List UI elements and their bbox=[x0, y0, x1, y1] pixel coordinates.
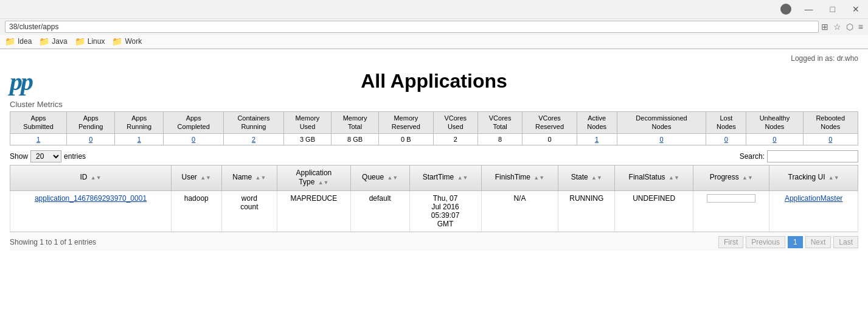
extension-icon: ⬡ bbox=[846, 22, 853, 32]
bookmark-linux-label: Linux bbox=[88, 37, 105, 46]
page-header: Logged in as: dr.who bbox=[10, 49, 858, 65]
next-page-button[interactable]: Next bbox=[805, 236, 832, 248]
cell-id[interactable]: application_1467869293970_0001 bbox=[10, 190, 172, 231]
metric-val-unhealthy-nodes[interactable]: 0 bbox=[746, 133, 803, 145]
folder-icon: 📁 bbox=[39, 37, 49, 46]
close-button[interactable]: ✕ bbox=[849, 3, 863, 15]
metric-val-memory-reserved: 0 B bbox=[379, 133, 433, 145]
bookmark-work[interactable]: 📁 Work bbox=[112, 37, 142, 46]
progress-bar bbox=[707, 194, 755, 203]
metric-val-decommissioned-nodes[interactable]: 0 bbox=[617, 133, 706, 145]
search-label: Search: bbox=[740, 152, 765, 161]
col-header-final-status[interactable]: FinalStatus ▲▼ bbox=[615, 165, 693, 190]
folder-icon: 📁 bbox=[112, 37, 122, 46]
minimize-button[interactable]: — bbox=[801, 3, 817, 15]
page-1-button[interactable]: 1 bbox=[788, 236, 803, 248]
menu-icon[interactable]: ≡ bbox=[858, 22, 863, 32]
metric-val-memory-used: 3 GB bbox=[283, 133, 331, 145]
col-header-name[interactable]: Name ▲▼ bbox=[221, 165, 277, 190]
metric-val-apps-running[interactable]: 1 bbox=[115, 133, 164, 145]
sort-icon-tracking-ui: ▲▼ bbox=[828, 175, 839, 182]
metric-val-apps-pending[interactable]: 0 bbox=[67, 133, 115, 145]
cell-start-time: Thu, 07Jul 201605:39:07GMT bbox=[409, 190, 481, 231]
cluster-metrics-table: AppsSubmitted AppsPending AppsRunning Ap… bbox=[10, 111, 858, 145]
metric-val-apps-submitted[interactable]: 1 bbox=[10, 133, 67, 145]
col-header-id[interactable]: ID ▲▼ bbox=[10, 165, 172, 190]
metric-val-active-nodes[interactable]: 1 bbox=[577, 133, 617, 145]
bookmark-java[interactable]: 📁 Java bbox=[39, 37, 67, 46]
metric-header-vcores-used: VCoresUsed bbox=[433, 112, 477, 134]
metric-header-containers-running: ContainersRunning bbox=[224, 112, 284, 134]
show-entries-select[interactable]: 20 10 25 50 100 bbox=[30, 150, 61, 162]
cell-queue: default bbox=[350, 190, 409, 231]
metric-val-memory-total: 8 GB bbox=[332, 133, 379, 145]
col-header-app-type[interactable]: ApplicationType ▲▼ bbox=[277, 165, 351, 190]
sort-icon-user: ▲▼ bbox=[200, 175, 211, 182]
cell-name: wordcount bbox=[221, 190, 277, 231]
metric-header-apps-completed: AppsCompleted bbox=[164, 112, 224, 134]
cell-tracking-ui[interactable]: ApplicationMaster bbox=[769, 190, 858, 231]
cell-finish-time: N/A bbox=[481, 190, 558, 231]
col-header-tracking-ui[interactable]: Tracking UI ▲▼ bbox=[769, 165, 858, 190]
metric-header-lost-nodes: LostNodes bbox=[706, 112, 746, 134]
metric-val-apps-completed[interactable]: 0 bbox=[164, 133, 224, 145]
showing-text: Showing 1 to 1 of 1 entries bbox=[10, 238, 96, 246]
bookmark-linux[interactable]: 📁 Linux bbox=[75, 37, 105, 46]
bookmark-java-label: Java bbox=[52, 37, 67, 46]
metric-val-rebooted-nodes[interactable]: 0 bbox=[803, 133, 858, 145]
sort-icon-queue: ▲▼ bbox=[387, 175, 398, 182]
metric-header-memory-used: MemoryUsed bbox=[283, 112, 331, 134]
col-header-finish-time[interactable]: FinishTime ▲▼ bbox=[481, 165, 558, 190]
metric-val-lost-nodes[interactable]: 0 bbox=[706, 133, 746, 145]
metric-header-vcores-reserved: VCoresReserved bbox=[523, 112, 577, 134]
bookmarks-bar: 📁 Idea 📁 Java 📁 Linux 📁 Work bbox=[0, 35, 868, 49]
bookmark-idea-label: Idea bbox=[18, 37, 32, 46]
show-label: Show bbox=[10, 152, 28, 161]
cell-final-status: UNDEFINED bbox=[615, 190, 693, 231]
metric-header-active-nodes: ActiveNodes bbox=[577, 112, 617, 134]
col-header-start-time[interactable]: StartTime ▲▼ bbox=[409, 165, 481, 190]
applications-table: ID ▲▼ User ▲▼ Name ▲▼ ApplicationType ▲▼… bbox=[10, 165, 858, 232]
metric-header-apps-running: AppsRunning bbox=[115, 112, 164, 134]
sort-icon-name: ▲▼ bbox=[255, 175, 266, 182]
bookmark-idea[interactable]: 📁 Idea bbox=[5, 37, 32, 46]
sort-icon-finish-time: ▲▼ bbox=[533, 175, 544, 182]
folder-icon: 📁 bbox=[5, 37, 15, 46]
metric-header-apps-pending: AppsPending bbox=[67, 112, 115, 134]
bookmark-work-label: Work bbox=[125, 37, 142, 46]
entries-label: entries bbox=[64, 152, 86, 161]
col-header-progress[interactable]: Progress ▲▼ bbox=[693, 165, 769, 190]
maximize-button[interactable]: □ bbox=[827, 3, 839, 15]
user-info: Logged in as: dr.who bbox=[791, 54, 858, 63]
sort-icon-progress: ▲▼ bbox=[742, 175, 753, 182]
col-header-state[interactable]: State ▲▼ bbox=[558, 165, 615, 190]
col-header-queue[interactable]: Queue ▲▼ bbox=[350, 165, 409, 190]
user-avatar-icon bbox=[780, 4, 791, 15]
app-logo: pp bbox=[10, 67, 32, 96]
last-page-button[interactable]: Last bbox=[833, 236, 858, 248]
prev-page-button[interactable]: Previous bbox=[746, 236, 785, 248]
col-header-user[interactable]: User ▲▼ bbox=[171, 165, 221, 190]
cell-user: hadoop bbox=[171, 190, 221, 231]
cell-app-type: MAPREDUCE bbox=[277, 190, 351, 231]
first-page-button[interactable]: First bbox=[718, 236, 743, 248]
cell-state: RUNNING bbox=[558, 190, 615, 231]
address-bar[interactable]: 38/cluster/apps bbox=[5, 21, 819, 33]
title-row: pp All Applications bbox=[10, 65, 858, 95]
table-controls: Show 20 10 25 50 100 entries Search: bbox=[10, 145, 858, 165]
metric-val-containers-running[interactable]: 2 bbox=[224, 133, 284, 145]
sort-icon-state: ▲▼ bbox=[591, 175, 602, 182]
metric-header-decommissioned-nodes: DecommissionedNodes bbox=[617, 112, 706, 134]
cluster-metrics-label: Cluster Metrics bbox=[10, 100, 858, 109]
sort-icon-final-status: ▲▼ bbox=[668, 175, 679, 182]
search-input[interactable] bbox=[767, 150, 858, 162]
metric-header-vcores-total: VCoresTotal bbox=[477, 112, 522, 134]
metric-header-memory-total: MemoryTotal bbox=[332, 112, 379, 134]
sort-icon-app-type: ▲▼ bbox=[318, 179, 329, 187]
star-icon[interactable]: ☆ bbox=[833, 22, 841, 32]
cell-progress bbox=[693, 190, 769, 231]
table-row: application_1467869293970_0001 hadoop wo… bbox=[10, 190, 858, 231]
translate-icon: ⊞ bbox=[821, 22, 828, 32]
metric-val-vcores-reserved: 0 bbox=[523, 133, 577, 145]
sort-icon-start-time: ▲▼ bbox=[457, 175, 468, 182]
